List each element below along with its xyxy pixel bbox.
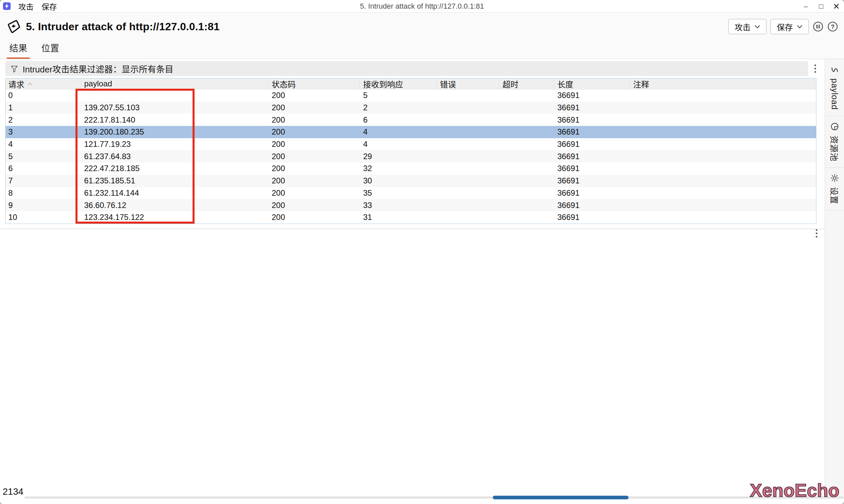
sidebar-tab-settings[interactable]: 设置 [825, 168, 844, 211]
cell-received: 35 [360, 187, 437, 199]
cell-timeout [499, 175, 554, 187]
cell-payload: 139.200.180.235 [81, 126, 269, 138]
window-title: 5. Intruder attack of http://127.0.0.1:8… [360, 2, 484, 11]
panel-splitter[interactable] [0, 229, 825, 230]
column-header-timeout[interactable]: 超时 [499, 78, 554, 89]
cell-payload: 222.17.81.140 [81, 114, 269, 126]
cell-error [437, 199, 499, 211]
results-filter-bar[interactable]: Intruder攻击结果过滤器：显示所有条目 [5, 61, 808, 76]
table-row[interactable]: 10123.234.175.1222003136691 [6, 211, 816, 223]
cell-payload: 139.207.55.103 [81, 102, 269, 114]
column-header-status[interactable]: 状态码 [269, 78, 360, 89]
close-button[interactable]: ✕ [829, 0, 844, 13]
cell-comment [630, 89, 816, 102]
cell-received: 31 [360, 211, 437, 223]
cell-comment [630, 126, 816, 138]
maximize-button[interactable]: □ [813, 0, 829, 13]
column-header-length[interactable]: 长度 [554, 78, 630, 89]
sidebar-tab-payload[interactable]: payload [825, 59, 844, 116]
cell-timeout [499, 199, 554, 211]
tab-results[interactable]: 结果 [7, 41, 30, 59]
table-row[interactable]: 3139.200.180.235200436691 [6, 126, 816, 138]
cell-payload: 121.77.19.23 [81, 138, 269, 150]
table-row[interactable]: 561.237.64.832002936691 [6, 150, 816, 162]
table-row[interactable]: 1139.207.55.103200236691 [6, 102, 816, 114]
results-panel: Intruder攻击结果过滤器：显示所有条目 请求 payload 状态码 接收… [0, 59, 825, 504]
cell-error [437, 162, 499, 175]
menu-attack[interactable]: 攻击 [15, 0, 37, 13]
cell-timeout [499, 102, 554, 114]
tab-positions[interactable]: 位置 [38, 41, 62, 59]
cell-status: 200 [269, 175, 360, 187]
cell-payload: 36.60.76.12 [81, 199, 269, 211]
table-row[interactable]: 936.60.76.122003336691 [6, 199, 816, 211]
cell-comment [630, 102, 816, 114]
table-row[interactable]: 861.232.114.1442003536691 [6, 187, 816, 199]
cell-received: 32 [360, 162, 437, 175]
cell-comment [630, 162, 816, 175]
pause-attack-icon[interactable] [813, 21, 823, 32]
cell-timeout [499, 114, 554, 126]
cell-received: 2 [360, 102, 437, 114]
table-body: 02005366911139.207.55.1032002366912222.1… [6, 89, 816, 223]
cell-status: 200 [269, 211, 360, 223]
column-header-received[interactable]: 接收到响应 [360, 78, 437, 89]
cell-status: 200 [269, 138, 360, 150]
cell-status: 200 [269, 187, 360, 199]
column-header-request[interactable]: 请求 [6, 78, 81, 89]
cell-timeout [499, 138, 554, 150]
cell-timeout [499, 211, 554, 223]
cell-request: 3 [6, 126, 81, 138]
table-row[interactable]: 2222.17.81.140200636691 [6, 114, 816, 126]
cell-request: 8 [6, 187, 81, 199]
right-sidebar: payload 资源池 设置 [825, 59, 844, 496]
cell-timeout [499, 89, 554, 102]
viewer-options-kebab-icon[interactable] [812, 229, 821, 237]
cell-received: 33 [360, 199, 437, 211]
sidebar-tab-resource-pool[interactable]: 资源池 [825, 116, 844, 168]
column-header-payload[interactable]: payload [81, 78, 269, 89]
attack-dropdown-button[interactable]: 攻击 [728, 19, 767, 34]
cell-request: 2 [6, 114, 81, 126]
column-header-error[interactable]: 错误 [437, 78, 499, 89]
cell-comment [630, 187, 816, 199]
filter-text: Intruder攻击结果过滤器：显示所有条目 [23, 62, 174, 75]
save-dropdown-button[interactable]: 保存 [771, 19, 809, 34]
table-row[interactable]: 6222.47.218.1852003236691 [6, 162, 816, 175]
cell-error [437, 89, 499, 102]
cell-comment [630, 199, 816, 211]
cell-length: 36691 [554, 138, 630, 150]
cell-status: 200 [269, 162, 360, 175]
cell-request: 7 [6, 175, 81, 187]
settings-icon [830, 173, 840, 183]
table-row[interactable]: 4121.77.19.23200436691 [6, 138, 816, 150]
cell-received: 5 [360, 89, 437, 102]
cell-request: 1 [6, 102, 81, 114]
cell-payload: 222.47.218.185 [81, 162, 269, 175]
request-count: 2134 [3, 486, 23, 497]
cell-timeout [499, 126, 554, 138]
help-icon[interactable]: ? [827, 21, 838, 32]
cell-error [437, 126, 499, 138]
cell-request: 4 [6, 138, 81, 150]
window-controls: – □ ✕ [798, 0, 844, 13]
cell-received: 30 [360, 175, 437, 187]
intruder-app-icon [3, 2, 11, 10]
window-titlebar: 攻击 保存 5. Intruder attack of http://127.0… [0, 0, 844, 13]
cell-length: 36691 [554, 150, 630, 162]
cell-received: 6 [360, 114, 437, 126]
cell-status: 200 [269, 126, 360, 138]
table-row[interactable]: 0200536691 [6, 89, 816, 102]
menu-save[interactable]: 保存 [38, 0, 60, 13]
chevron-down-icon [755, 25, 760, 29]
cell-request: 5 [6, 150, 81, 162]
cell-status: 200 [269, 199, 360, 211]
table-row[interactable]: 761.235.185.512003036691 [6, 175, 816, 187]
progress-bar-fill [493, 496, 628, 499]
cell-status: 200 [269, 102, 360, 114]
filter-funnel-icon [10, 65, 19, 73]
column-header-comment[interactable]: 注释 [630, 78, 816, 89]
minimize-button[interactable]: – [798, 0, 813, 13]
filter-options-kebab-icon[interactable] [811, 65, 820, 73]
cell-timeout [499, 150, 554, 162]
